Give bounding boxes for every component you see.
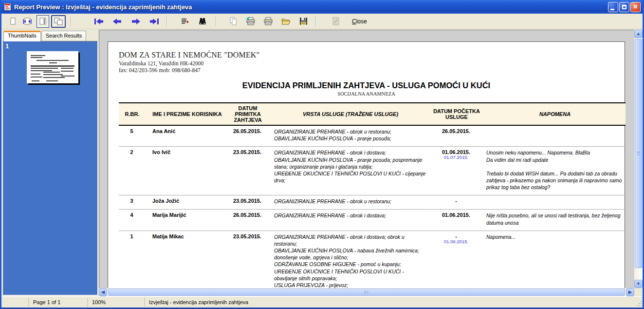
scroll-right-button[interactable]: ▶: [626, 288, 634, 296]
thumbnail-panel[interactable]: 1: [3, 41, 98, 295]
napomena-line: Nije ništa posebno, ali se unosi radi te…: [486, 212, 623, 226]
app-icon: [4, 3, 12, 11]
print-button[interactable]: [262, 15, 275, 28]
cell-rbr: 1: [119, 231, 146, 288]
minimize-button[interactable]: [608, 2, 618, 12]
cell-datum-primitka: 26.05.2015.: [223, 210, 272, 231]
cell-name: Ana Anić: [146, 125, 223, 147]
multi-page-view-icon: [54, 17, 63, 26]
thumbnail-text-line: [31, 77, 42, 77]
thumbnail-text-line: [31, 55, 45, 56]
next-page-button[interactable]: [129, 15, 142, 28]
cell-datum-pocetka: 26.05.2015.: [429, 125, 484, 147]
horizontal-scrollbar[interactable]: ◀ ▶: [99, 288, 634, 296]
wish-date: 01.06.2015.: [431, 239, 481, 244]
thumbnail-text-line: [61, 68, 74, 69]
tab-search-results[interactable]: Search Results: [41, 31, 87, 41]
cell-datum-pocetka: 01.06.2015.: [429, 210, 484, 231]
status-bar: Page 1 of 1 100% Izvještaj - evidencija …: [1, 296, 643, 308]
cell-napomena: Nije ništa posebno, ali se unosi radi te…: [484, 210, 626, 231]
save-report-button[interactable]: [297, 15, 310, 28]
report-subtitle: SOCIJALNA ANAMNEZA: [108, 91, 625, 97]
cell-napomena: Unosim neku napomenu... Napomena. BlaBla…: [484, 147, 626, 195]
sidebar-tabs: ThumbNails Search Results: [3, 31, 98, 41]
tab-thumbnails[interactable]: ThumbNails: [3, 31, 41, 41]
header-vrsta-usluge: VRSTA USLUGE (TRAŽENE USLUGE): [272, 103, 429, 125]
thumbnail-text-line: [46, 80, 58, 81]
thumb-grip: [637, 154, 640, 154]
cell-usluge: ORGANIZIRANJE PREHRANE - obrok u restora…: [272, 125, 429, 147]
export-disabled-icon: [332, 17, 340, 25]
cell-usluge: ORGANIZIRANJE PREHRANE - obrok u restora…: [272, 195, 429, 210]
tab-search-results-label: Search Results: [46, 33, 82, 39]
printer-setup-button[interactable]: [244, 15, 257, 28]
service-line: ORGANIZIRANJE PREHRANE - obrok i dostava…: [274, 149, 426, 156]
scroll-down-button[interactable]: ▼: [634, 280, 643, 288]
toolbar-separator: [315, 16, 316, 27]
thumbnail-text-line: [61, 76, 74, 77]
last-page-button[interactable]: [148, 15, 161, 28]
thumbnail-text-line: [31, 57, 42, 58]
cell-datum-primitka: 23.05.2015.: [223, 147, 272, 195]
fit-whole-page-button[interactable]: [6, 15, 19, 28]
multi-page-view-button[interactable]: [51, 15, 66, 28]
service-line: ODRŽAVANJE OSOBNE HIGIJENE - pomoć u kup…: [274, 261, 426, 268]
cell-napomena: Napomena...: [484, 231, 626, 288]
table-row: 2Ivo Ivič23.05.2015.ORGANIZIRANJE PREHRA…: [119, 147, 626, 195]
title-bar: Report Preview : Izvještaj - evidencija …: [1, 0, 643, 14]
h-scrollbar-thumb[interactable]: [108, 289, 625, 296]
toolbar: Close: [1, 14, 643, 29]
cell-napomena: [484, 195, 626, 210]
close-preview-button[interactable]: Close: [349, 17, 370, 26]
preview-area: DOM ZA STARE I NEMOĆNE "DOMEK" Varaždins…: [99, 30, 643, 296]
close-window-button[interactable]: ✕: [630, 2, 641, 12]
sidebar: ThumbNails Search Results 1: [1, 30, 99, 296]
thumbnail-text-line: [43, 72, 60, 73]
last-page-icon: [149, 18, 159, 25]
chevron-right-icon: ▶: [628, 290, 632, 294]
scroll-up-button[interactable]: ▲: [634, 30, 643, 38]
table-row: 5Ana Anić26.05.2015.ORGANIZIRANJE PREHRA…: [119, 125, 626, 147]
thumb-grip: [367, 290, 367, 294]
goto-page-button[interactable]: [179, 15, 191, 28]
fit-page-width-button[interactable]: [21, 15, 34, 28]
next-page-icon: [131, 18, 141, 25]
service-line: OBAVLJANJE KUĆNIH POSLOVA - nabava živež…: [274, 247, 426, 261]
copy-page-button[interactable]: [227, 15, 239, 28]
export-button-disabled: [330, 15, 342, 28]
first-page-icon: [94, 18, 104, 25]
report-title: EVIDENCIJA PRIMLJENIH ZAHTJEVA - USLUGA …: [108, 81, 625, 90]
cell-name: Marija Marijić: [146, 210, 223, 231]
cell-datum-pocetka: 01.06.2015.01.07.2015.: [429, 147, 484, 195]
napomena-line: Napomena...: [486, 233, 623, 240]
status-report-name: Izvještaj - evidencija zaprimljenih zaht…: [145, 298, 634, 307]
start-date: -: [431, 233, 481, 239]
maximize-button[interactable]: [619, 2, 629, 12]
report-page: DOM ZA STARE I NEMOĆNE "DOMEK" Varaždins…: [108, 41, 625, 288]
header-rbr: R.BR.: [119, 103, 146, 125]
zoom-100-button[interactable]: [37, 15, 49, 28]
cell-name: Joža Jožić: [146, 195, 223, 210]
org-name: DOM ZA STARE I NEMOĆNE "DOMEK": [119, 51, 625, 59]
thumbnail-text-line: [31, 74, 40, 75]
thumbnail-page[interactable]: [27, 51, 78, 83]
previous-page-button[interactable]: [111, 15, 124, 28]
v-scrollbar-thumb[interactable]: [635, 39, 642, 268]
main-area: ThumbNails Search Results 1 DOM ZA STARE…: [1, 30, 643, 296]
service-line: UREĐENJE OKUĆNICE I TEHNIČKI POSLOVI U K…: [274, 170, 426, 184]
service-line: ORGANIZIRANJE PREHRANE - obrok u restora…: [274, 198, 426, 205]
cell-datum-primitka: 23.05.2015.: [223, 195, 272, 210]
service-line: USLUGA PRIJEVOZA - prijevoz;: [274, 282, 426, 288]
thumbnail-text-line: [37, 60, 69, 61]
cell-usluge: ORGANIZIRANJE PREHRANE - obrok i dostava…: [272, 147, 429, 195]
resize-grip[interactable]: [634, 298, 642, 306]
first-page-button[interactable]: [92, 15, 105, 28]
scroll-left-button[interactable]: ◀: [99, 288, 107, 296]
search-button[interactable]: [196, 15, 209, 28]
vertical-scrollbar[interactable]: ▲ ▼: [634, 30, 643, 288]
cell-datum-pocetka: -: [429, 195, 484, 210]
status-panel-empty: [1, 298, 29, 307]
table-row: 3Joža Jožić23.05.2015.ORGANIZIRANJE PREH…: [119, 195, 626, 210]
minimize-icon: [610, 9, 614, 10]
open-report-button[interactable]: [279, 15, 292, 28]
